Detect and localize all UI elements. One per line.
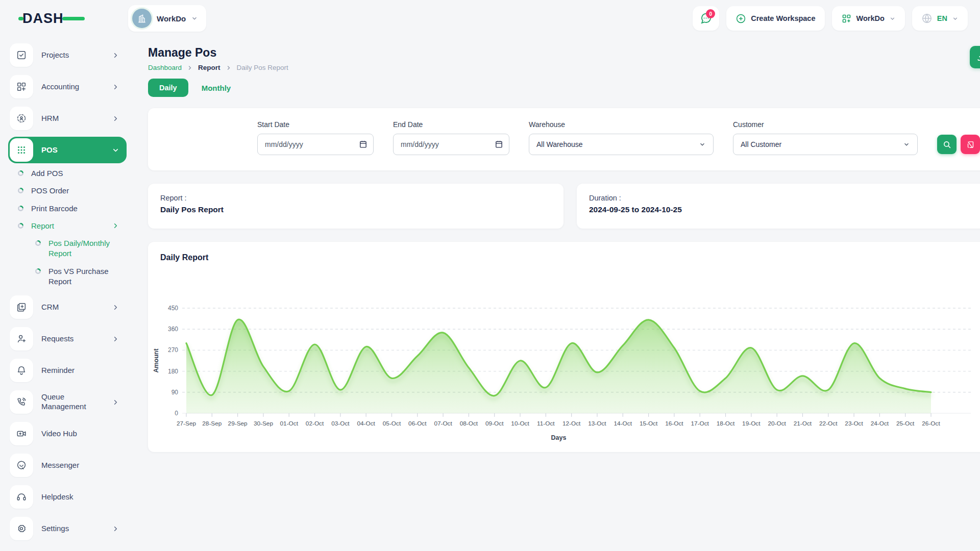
warehouse-label: Warehouse [529,120,714,129]
end-date-input[interactable] [393,134,509,155]
svg-text:02-Oct: 02-Oct [306,420,324,427]
svg-text:450: 450 [168,305,178,312]
svg-text:12-Oct: 12-Oct [562,420,581,427]
sidebar-item-projects[interactable]: Projects [8,42,127,68]
sidebar-item-helpdesk[interactable]: Helpdesk [8,484,127,510]
svg-text:01-Oct: 01-Oct [280,420,299,427]
svg-text:26-Oct: 26-Oct [922,420,940,427]
hrm-icon [10,107,33,130]
chevron-down-icon [699,141,706,148]
warehouse-select[interactable]: All Warehouse [529,134,714,155]
sidebar-item-label: CRM [41,303,104,312]
sidebar-item-label: Add POS [31,168,119,179]
sidebar-item-queue-management[interactable]: Queue Management [8,389,127,415]
dash-logo-icon: DASH [18,9,85,28]
breadcrumb-item-report[interactable]: Report [198,64,220,71]
breadcrumb-item-dashboard[interactable]: Dashboard [148,64,182,71]
svg-text:21-Oct: 21-Oct [794,420,812,427]
sidebar-item-crm[interactable]: CRM [8,294,127,320]
sidebar-item-label: Helpdesk [41,492,119,502]
report-summary-card: Report : Daily Pos Report [148,184,564,229]
sidebar-item-label: Projects [41,51,104,60]
svg-text:0: 0 [175,410,178,417]
accounting-icon [10,75,33,98]
reset-filters-button[interactable] [961,135,980,154]
requests-icon [10,327,33,350]
svg-text:28-Sep: 28-Sep [202,420,222,427]
app-logo[interactable]: DASH [18,9,128,28]
language-label: EN [937,14,947,22]
bullet-icon [17,187,24,194]
create-workspace-button[interactable]: Create Workspace [726,6,824,31]
reminder-icon [10,359,33,382]
sidebar-item-requests[interactable]: Requests [8,325,127,352]
messenger-icon [10,454,33,477]
duration-summary-card: Duration : 2024-09-25 to 2024-10-25 [577,184,980,229]
page-title: Manage Pos [148,46,288,60]
svg-text:29-Sep: 29-Sep [228,420,248,427]
svg-text:15-Oct: 15-Oct [640,420,658,427]
chevron-right-icon [112,398,119,406]
queue-icon [10,390,33,414]
duration-label: Duration : [589,194,980,202]
warehouse-selected-value: All Warehouse [536,140,583,148]
sidebar-item-video-hub[interactable]: Video Hub [8,420,127,447]
svg-text:16-Oct: 16-Oct [665,420,683,427]
workspace-selector[interactable]: WorkDo [128,5,206,32]
bullet-icon [17,205,24,212]
sidebar-item-messenger[interactable]: Messenger [8,452,127,479]
customer-select[interactable]: All Customer [733,134,918,155]
sidebar-item-label: Report [31,221,105,231]
svg-text:05-Oct: 05-Oct [383,420,401,427]
main-content: Manage Pos DashboardReportDaily Pos Repo… [134,37,980,551]
chevron-down-icon [889,15,896,22]
search-button[interactable] [937,135,957,154]
chevron-down-icon [903,141,910,148]
settings-icon [10,517,33,540]
sidebar-item-label: Print Barcode [31,204,119,214]
sidebar-item-print-barcode[interactable]: Print Barcode [17,204,127,214]
chevron-right-icon [112,222,119,230]
svg-text:30-Sep: 30-Sep [254,420,273,427]
workspace-name: WorkDo [157,14,186,23]
language-selector[interactable]: EN [912,6,968,31]
sidebar-item-pos-daily-monthly-report[interactable]: Pos Daily/Monthly Report [35,238,127,259]
sidebar-item-pos[interactable]: POS [8,137,127,163]
messages-button[interactable]: 0 [693,6,719,31]
helpdesk-icon [10,485,33,509]
sidebar-item-hrm[interactable]: HRM [8,105,127,132]
sidebar-item-accounting[interactable]: Accounting [8,73,127,100]
sidebar-item-add-pos[interactable]: Add POS [17,168,127,179]
download-report-button[interactable] [970,46,980,68]
svg-text:04-Oct: 04-Oct [357,420,375,427]
workspace-avatar [132,9,152,28]
svg-text:DASH: DASH [22,11,64,26]
workdo-menu-button[interactable]: WorkDo [832,6,905,31]
chevron-right-icon [112,525,119,533]
chevron-down-icon [191,15,198,22]
tab-daily[interactable]: Daily [148,79,188,97]
daily-report-chart: 09018027036045027-Sep28-Sep29-Sep30-Sep0… [149,269,978,442]
report-label: Report : [160,194,551,202]
daily-report-card: Daily Report 09018027036045027-Sep28-Sep… [148,242,980,452]
svg-text:06-Oct: 06-Oct [408,420,427,427]
start-date-input[interactable] [257,134,374,155]
sidebar-item-pos-order[interactable]: POS Order [17,186,127,196]
svg-text:19-Oct: 19-Oct [742,420,761,427]
svg-text:180: 180 [168,368,178,375]
start-date-label: Start Date [257,120,374,129]
sidebar-item-label: Requests [41,334,104,344]
svg-text:09-Oct: 09-Oct [485,420,504,427]
search-icon [943,140,951,149]
end-date-label: End Date [393,120,509,129]
sidebar-item-pos-vs-purchase-report[interactable]: Pos VS Purchase Report [35,266,127,287]
sidebar-item-settings[interactable]: Settings [8,515,127,542]
workdo-menu-label: WorkDo [856,14,885,22]
svg-text:14-Oct: 14-Oct [614,420,632,427]
sidebar-item-report[interactable]: Report [17,221,127,231]
create-workspace-label: Create Workspace [751,14,815,22]
sidebar-item-reminder[interactable]: Reminder [8,357,127,384]
tab-monthly[interactable]: Monthly [202,84,231,92]
chevron-right-icon [112,83,119,91]
crm-icon [10,295,33,319]
